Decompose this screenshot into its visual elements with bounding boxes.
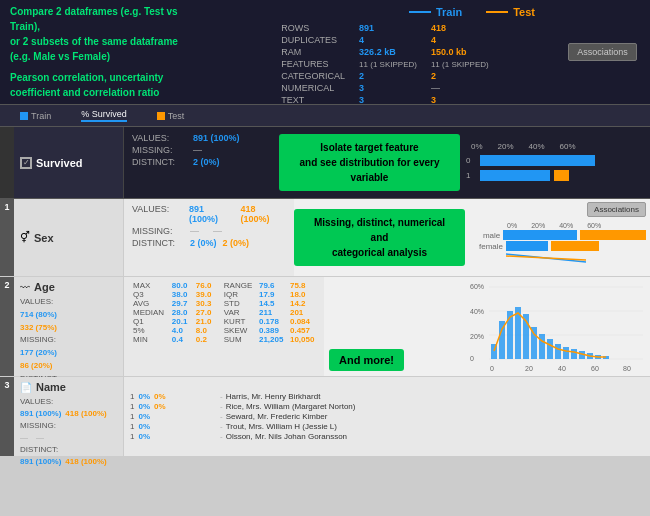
name-values-orange: 418 (100%)	[65, 408, 106, 420]
name-label: Name	[36, 381, 66, 393]
tab-train[interactable]: Train	[20, 111, 51, 121]
name-missing-orange: —	[36, 432, 44, 444]
survived-chart: 0% 20% 40% 60% 0 1	[460, 127, 650, 198]
survived-distinct-label: DISTINCT:	[132, 157, 187, 167]
svg-text:0: 0	[490, 365, 494, 372]
age-label: Age	[34, 281, 55, 293]
tab-test-dot	[157, 112, 165, 120]
age-header-col: 〰 Age VALUES: 714 (80%) 332 (75%) MISSIN…	[14, 277, 124, 376]
name-values-blue: 891 (100%)	[20, 408, 61, 420]
age-values-lbl: VALUES:	[20, 297, 53, 306]
sex-assoc-button[interactable]: Associations	[587, 202, 646, 217]
survived-values-blue: 891 (100%)	[193, 133, 240, 143]
sex-missing-label: MISSING:	[132, 226, 184, 236]
tab-percent-survived[interactable]: % Survived	[81, 109, 127, 122]
svg-rect-22	[547, 339, 553, 359]
sex-distinct-orange: 2 (0%)	[223, 238, 250, 248]
ram-test: 150.0 kb	[427, 46, 493, 58]
stats-panel: Train Test ROWS 891 418 DUPLICATES 4 4	[215, 0, 555, 104]
name-missing-lbl: MISSING:	[20, 421, 56, 430]
sex-distinct-blue: 2 (0%)	[190, 238, 217, 248]
svg-text:80: 80	[623, 365, 631, 372]
name-header-col: 📄 Name VALUES: 891 (100%) 418 (100%) MIS…	[14, 377, 124, 456]
main-layout: Compare 2 dataframes (e.g. Test vs Train…	[0, 0, 650, 516]
name-values-lbl: VALUES:	[20, 397, 53, 406]
svg-text:20%: 20%	[470, 333, 484, 340]
svg-text:40%: 40%	[470, 308, 484, 315]
rows-train: 891	[349, 22, 427, 34]
svg-rect-24	[563, 347, 569, 359]
top-panel: Compare 2 dataframes (e.g. Test vs Train…	[0, 0, 650, 105]
sex-num-col: 1	[0, 199, 14, 276]
age-num-col: 2	[0, 277, 14, 376]
survived-label: Survived	[36, 157, 82, 169]
test-label: Test	[513, 6, 535, 18]
tab-test[interactable]: Test	[157, 111, 185, 121]
num-test: —	[427, 82, 493, 94]
pearson-text: Pearson correlation, uncertainty coeffic…	[10, 70, 205, 100]
sex-header-col: ⚥ Sex	[14, 199, 124, 276]
rows-test: 418	[427, 22, 493, 34]
name-distinct-orange: 418 (100%)	[65, 456, 106, 468]
age-missing-lbl: MISSING:	[20, 335, 56, 344]
sex-distinct-label: DISTINCT:	[132, 238, 184, 248]
and-more-annotation: And more!	[329, 349, 404, 371]
age-values-blue: 714 (80%)	[20, 309, 57, 322]
name-distinct-lbl: DISTINCT:	[20, 445, 58, 454]
list-item: - Rice, Mrs. William (Margaret Norton)	[220, 402, 644, 411]
survived-missing-label: MISSING:	[132, 145, 187, 155]
missing-annotation: Missing, distinct, numerical and categor…	[294, 209, 465, 266]
isolate-annotation: Isolate target feature and see distribut…	[279, 134, 460, 191]
survived-bar-1-blue	[480, 170, 550, 181]
survived-checkbox-icon: ✓	[20, 157, 32, 169]
sex-male-orange-bar	[580, 230, 646, 240]
sex-label: Sex	[34, 232, 54, 244]
svg-text:20: 20	[525, 365, 533, 372]
sex-right: Associations 0% 20% 40% 60% male	[465, 199, 650, 276]
num-train: 3	[349, 82, 427, 94]
age-chart-area: And more! 60% 40% 20% 0 0 20 40 60 80	[324, 277, 650, 376]
survived-missing-val: —	[193, 145, 202, 155]
age-values-orange: 332 (75%)	[20, 322, 117, 335]
age-num: 2	[4, 280, 9, 290]
list-item: - Seward, Mr. Frederic Kimber	[220, 412, 644, 421]
sex-icon: ⚥	[20, 231, 30, 244]
name-icon: 📄	[20, 382, 32, 393]
age-missing-orange: 86 (20%)	[20, 360, 117, 373]
svg-rect-25	[571, 349, 577, 359]
feat-train: 11 (1 SKIPPED)	[349, 58, 427, 70]
age-section: 2 〰 Age VALUES: 714 (80%) 332 (75%) MISS…	[0, 277, 650, 377]
survived-bar-0-blue	[480, 155, 595, 166]
sex-values-blue: 891 (100%)	[189, 204, 235, 224]
sex-values-orange: 418 (100%)	[240, 204, 286, 224]
name-values-col: 1 0% 0% 1 0% 0% 1 0% 1 0% 1	[124, 377, 214, 456]
test-header: Test	[486, 6, 535, 18]
list-item: - Trout, Mrs. William H (Jessie L)	[220, 422, 644, 431]
name-num: 3	[4, 380, 9, 390]
name-section: 3 📄 Name VALUES: 891 (100%) 418 (100%) M…	[0, 377, 650, 457]
name-distinct-blue: 891 (100%)	[20, 456, 61, 468]
cat-test: 2	[427, 70, 493, 82]
sex-num: 1	[4, 202, 9, 212]
top-right-assoc: Associations	[555, 0, 650, 104]
sex-annotation-area: Missing, distinct, numerical and categor…	[294, 199, 465, 276]
age-histogram: 60% 40% 20% 0 0 20 40 60 80	[465, 279, 650, 374]
sex-missing-orange: —	[213, 226, 222, 236]
associations-button-top[interactable]: Associations	[568, 43, 637, 61]
tab-train-dot	[20, 112, 28, 120]
name-missing-blue: —	[20, 432, 28, 444]
stats-table: ROWS 891 418 DUPLICATES 4 4 RAM 326.2 kB…	[277, 22, 492, 106]
train-label: Train	[436, 6, 462, 18]
survived-section: ✓ Survived VALUES: 891 (100%) MISSING: —…	[0, 127, 650, 199]
sex-stats-col: VALUES: 891 (100%) 418 (100%) MISSING: —…	[124, 199, 294, 276]
dup-test: 4	[427, 34, 493, 46]
list-item: - Olsson, Mr. Nils Johan Goransson	[220, 432, 644, 441]
survived-stats: VALUES: 891 (100%) MISSING: — DISTINCT: …	[124, 127, 279, 198]
age-missing-blue: 177 (20%)	[20, 347, 117, 360]
feat-test: 11 (1 SKIPPED)	[427, 58, 493, 70]
age-stats-table: MAX 80.0 76.0 RANGE 79.6 75.8 Q3 38.0 39…	[130, 281, 318, 344]
svg-line-1	[506, 256, 586, 260]
description-panel: Compare 2 dataframes (e.g. Test vs Train…	[0, 0, 215, 104]
list-item: - Harris, Mr. Henry Birkhardt	[220, 392, 644, 401]
svg-text:60: 60	[591, 365, 599, 372]
